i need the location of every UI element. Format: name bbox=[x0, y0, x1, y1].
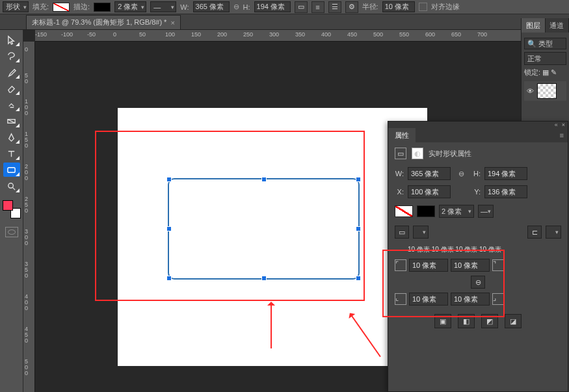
path-op-intersect[interactable]: ◩ bbox=[481, 314, 498, 328]
fill-swatch[interactable] bbox=[53, 3, 70, 12]
mask-icon: ◐ bbox=[412, 148, 423, 159]
annotation-arrow-1 bbox=[271, 303, 272, 348]
corner-br-icon: ⌟ bbox=[492, 293, 504, 305]
panel-grip[interactable]: «× bbox=[388, 122, 568, 128]
lock-brush-icon[interactable]: ✎ bbox=[551, 68, 557, 77]
stroke-style-select[interactable]: — bbox=[150, 1, 176, 12]
width-input[interactable] bbox=[193, 1, 230, 12]
properties-panel: «× 属性 ≡ ▭ ◐ 实时形状属性 W: ⊖ H: X: Y: 2 像素 — … bbox=[388, 121, 568, 392]
handle-tl[interactable] bbox=[166, 177, 172, 182]
corner-tl-input[interactable] bbox=[409, 259, 448, 272]
zoom-tool[interactable] bbox=[3, 179, 20, 193]
path-op-subtract[interactable]: ◧ bbox=[458, 314, 475, 328]
blend-mode-select[interactable]: 正常 bbox=[524, 52, 566, 65]
eraser-tool[interactable] bbox=[3, 81, 20, 96]
prop-y-input[interactable] bbox=[484, 185, 527, 198]
shape-mode-select[interactable]: 形状 bbox=[3, 1, 29, 12]
arrange-icon[interactable]: ☰ bbox=[328, 1, 341, 13]
layer-thumbnail[interactable] bbox=[537, 83, 557, 99]
height-input[interactable] bbox=[254, 1, 291, 12]
channels-tab[interactable]: 通道 bbox=[546, 18, 570, 33]
healing-tool[interactable] bbox=[3, 98, 20, 112]
layer-row[interactable]: 👁 bbox=[524, 81, 566, 101]
close-panel-icon: × bbox=[562, 122, 565, 128]
visibility-icon[interactable]: 👁 bbox=[525, 87, 535, 95]
prop-stroke-width[interactable]: 2 像素 bbox=[439, 205, 474, 218]
properties-heading: ▭ ◐ 实时形状属性 bbox=[388, 142, 568, 164]
path-op-combine[interactable]: ▣ bbox=[434, 314, 451, 328]
handle-tm[interactable] bbox=[261, 177, 267, 182]
x-prop-label: X: bbox=[395, 188, 404, 196]
h-prop-label: H: bbox=[471, 170, 481, 177]
align-edges-label: 对齐边缘 bbox=[431, 2, 460, 12]
y-prop-label: Y: bbox=[471, 188, 481, 196]
type-tool[interactable] bbox=[3, 146, 20, 161]
path-ops-icon[interactable]: ▭ bbox=[295, 1, 308, 13]
link-wh-icon[interactable]: ⊖ bbox=[233, 3, 239, 11]
layers-tab[interactable]: 图层 bbox=[522, 18, 546, 33]
prop-height-input[interactable] bbox=[484, 167, 527, 180]
handle-mr[interactable] bbox=[356, 226, 361, 231]
corner-bl-icon: ⌞ bbox=[395, 293, 406, 305]
prop-stroke-style[interactable]: — bbox=[478, 205, 494, 218]
stroke-swatch[interactable] bbox=[94, 3, 111, 12]
stroke-align-select[interactable] bbox=[413, 226, 429, 239]
properties-tab[interactable]: 属性 bbox=[388, 128, 416, 142]
document-title: 未标题-1 @ 79.3% (圆角矩形 1, RGB/8#) * bbox=[32, 18, 166, 27]
prop-fill-swatch[interactable] bbox=[395, 205, 413, 217]
corner-br-input[interactable] bbox=[451, 293, 490, 306]
path-op-exclude[interactable]: ◪ bbox=[505, 314, 522, 328]
stroke-width-select[interactable]: 2 像素 bbox=[114, 1, 146, 12]
lasso-tool[interactable] bbox=[3, 49, 20, 63]
options-bar: 形状 填充: 描边: 2 像素 — W: ⊖ H: ▭ ≡ ☰ ⚙ 半径: 对齐… bbox=[0, 0, 569, 14]
stroke-label: 描边: bbox=[73, 2, 90, 12]
rounded-rectangle-tool[interactable] bbox=[3, 163, 20, 177]
collapse-icon: « bbox=[555, 122, 558, 128]
ruler-vertical: 0 50 100 150 200 250 300 350 400 450 500 bbox=[23, 42, 35, 392]
corner-bl-input[interactable] bbox=[409, 293, 448, 306]
gear-icon[interactable]: ⚙ bbox=[345, 1, 358, 13]
stroke-align-inside[interactable]: ▭ bbox=[395, 226, 409, 239]
svg-point-2 bbox=[8, 183, 14, 188]
link-wh-icon[interactable]: ⊖ bbox=[455, 167, 468, 180]
handle-tr[interactable] bbox=[356, 177, 361, 182]
h-label: H: bbox=[243, 3, 250, 11]
handle-ml[interactable] bbox=[166, 226, 172, 231]
w-prop-label: W: bbox=[395, 170, 404, 177]
handle-br[interactable] bbox=[356, 276, 361, 281]
shape-icon: ▭ bbox=[395, 148, 406, 159]
ruler-horizontal: -150 -100 -50 0 50 100 150 200 250 300 3… bbox=[35, 30, 521, 42]
link-corners-button[interactable]: ⊖ bbox=[471, 276, 485, 289]
svg-rect-1 bbox=[8, 167, 15, 172]
lock-row: 锁定: ▦ ✎ bbox=[524, 68, 566, 77]
prop-stroke-swatch[interactable] bbox=[417, 205, 435, 217]
handle-bm[interactable] bbox=[261, 276, 267, 281]
rounded-rectangle-shape[interactable] bbox=[168, 178, 360, 280]
radius-label: 半径: bbox=[362, 2, 378, 12]
fg-bg-colors[interactable] bbox=[3, 200, 21, 218]
radius-input[interactable] bbox=[382, 1, 415, 12]
corner-summary: 10 像素 10 像素 10 像素 10 像素 bbox=[395, 244, 561, 255]
brush-tool[interactable] bbox=[3, 65, 20, 79]
handle-bl[interactable] bbox=[166, 276, 172, 281]
corner-tr-input[interactable] bbox=[451, 259, 490, 272]
panel-menu-icon[interactable]: ≡ bbox=[556, 128, 568, 142]
close-tab-icon[interactable]: × bbox=[170, 19, 174, 27]
lock-pixels-icon[interactable]: ▦ bbox=[542, 68, 549, 77]
cap-select[interactable] bbox=[546, 226, 561, 239]
prop-x-input[interactable] bbox=[408, 185, 451, 198]
prop-width-input[interactable] bbox=[408, 167, 451, 180]
move-tool[interactable] bbox=[3, 33, 20, 47]
cap-style[interactable]: ⊏ bbox=[527, 226, 542, 239]
quick-mask-icon[interactable] bbox=[5, 227, 18, 237]
align-icon[interactable]: ≡ bbox=[311, 1, 324, 13]
pen-tool[interactable] bbox=[3, 130, 20, 144]
align-edges-checkbox[interactable] bbox=[419, 3, 427, 11]
layer-filter[interactable]: 🔍类型 bbox=[524, 38, 566, 49]
gradient-tool[interactable] bbox=[3, 114, 20, 128]
w-label: W: bbox=[180, 3, 189, 11]
tool-palette bbox=[0, 30, 23, 392]
document-tab[interactable]: 未标题-1 @ 79.3% (圆角矩形 1, RGB/8#) * × bbox=[26, 15, 181, 29]
document-tab-bar: 未标题-1 @ 79.3% (圆角矩形 1, RGB/8#) * × bbox=[0, 14, 569, 30]
corner-tl-icon: ⌜ bbox=[395, 259, 406, 271]
